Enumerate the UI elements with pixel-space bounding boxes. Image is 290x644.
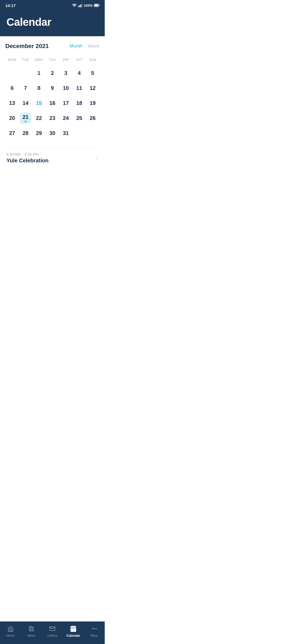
nav-label-news: News	[27, 634, 35, 638]
cal-cell-24[interactable]: 24	[59, 111, 73, 125]
cal-cell-9[interactable]: 9	[46, 81, 59, 95]
cal-day-28[interactable]: 28	[20, 127, 31, 139]
svg-rect-17	[73, 628, 74, 629]
cal-cell-31[interactable]: 31	[59, 126, 73, 140]
week-view-button[interactable]: Week	[88, 43, 99, 49]
cal-day-30[interactable]: 30	[47, 127, 58, 139]
day-header-sat: SAT	[73, 56, 86, 63]
svg-rect-19	[71, 630, 72, 631]
svg-point-0	[74, 6, 75, 7]
cal-cell-28[interactable]: 28	[19, 126, 32, 140]
cal-day-7[interactable]: 7	[20, 82, 31, 94]
news-icon	[28, 625, 35, 632]
event-dot-21	[25, 121, 26, 122]
cal-cell-30[interactable]: 30	[46, 126, 59, 140]
cal-cell-2[interactable]: 2	[46, 66, 59, 80]
page-title: Calendar	[6, 16, 98, 28]
cal-cell-8[interactable]: 8	[32, 81, 46, 95]
letters-icon	[49, 625, 56, 632]
cal-day-29[interactable]: 29	[33, 127, 45, 139]
nav-label-calendar: Calendar	[66, 634, 80, 638]
cal-day-10[interactable]: 10	[60, 82, 71, 94]
cal-cell-20[interactable]: 20	[5, 111, 19, 125]
cal-day-4[interactable]: 4	[74, 67, 85, 79]
cal-day-12[interactable]: 12	[87, 82, 98, 94]
cal-cell-18[interactable]: 18	[73, 96, 86, 110]
cal-day-22[interactable]: 22	[33, 112, 45, 124]
day-header-sun: SUN	[86, 56, 99, 63]
svg-rect-2	[79, 5, 80, 7]
nav-item-more[interactable]: More	[86, 625, 102, 638]
cal-cell-5[interactable]: 5	[86, 66, 99, 80]
cal-cell-11[interactable]: 11	[73, 81, 86, 95]
cal-cell-22[interactable]: 22	[32, 111, 46, 125]
event-item[interactable]: 9:30 AM – 4:30 PM Yule Celebration ›	[6, 148, 98, 168]
cal-cell-10[interactable]: 10	[59, 81, 73, 95]
cal-day-25[interactable]: 25	[74, 112, 85, 124]
cal-day-16[interactable]: 16	[47, 97, 58, 109]
cal-cell-1[interactable]: 1	[32, 66, 46, 80]
nav-item-calendar[interactable]: Calendar	[65, 625, 81, 638]
nav-label-letters: Letters	[48, 634, 57, 638]
svg-point-23	[96, 628, 97, 629]
svg-rect-16	[71, 628, 72, 629]
cal-cell-12[interactable]: 12	[86, 81, 99, 95]
cal-cell-29[interactable]: 29	[32, 126, 46, 140]
cal-cell-4[interactable]: 4	[73, 66, 86, 80]
nav-label-more: More	[90, 634, 98, 638]
month-title: December 2021	[5, 43, 49, 50]
svg-rect-7	[99, 5, 99, 6]
cal-day-23[interactable]: 23	[47, 112, 58, 124]
cal-day-31[interactable]: 31	[60, 127, 71, 139]
cal-cell-21[interactable]: 21	[19, 111, 32, 125]
cal-day-15[interactable]: 15	[33, 97, 45, 109]
day-header-wed: WED	[32, 56, 46, 63]
cal-day-13[interactable]: 13	[6, 97, 18, 109]
cal-cell-17[interactable]: 17	[59, 96, 73, 110]
cal-cell-6[interactable]: 6	[5, 81, 19, 95]
nav-item-home[interactable]: Home	[2, 625, 19, 638]
cal-cell-3[interactable]: 3	[59, 66, 73, 80]
svg-rect-18	[74, 628, 75, 629]
nav-item-letters[interactable]: Letters	[44, 625, 60, 638]
cal-day-6[interactable]: 6	[6, 82, 18, 94]
cal-day-17[interactable]: 17	[60, 97, 71, 109]
event-arrow-icon[interactable]: ›	[96, 155, 98, 162]
svg-rect-4	[82, 3, 82, 7]
cal-day-5[interactable]: 5	[87, 67, 98, 79]
nav-item-news[interactable]: News	[23, 625, 39, 638]
cal-day-3[interactable]: 3	[60, 67, 71, 79]
calendar-nav: December 2021 Month Week	[5, 43, 99, 50]
cal-cell-15[interactable]: 15	[32, 96, 46, 110]
cal-cell-26[interactable]: 26	[86, 111, 99, 125]
cal-day-26[interactable]: 26	[87, 112, 98, 124]
cal-day-2[interactable]: 2	[47, 67, 58, 79]
cal-cell-23[interactable]: 23	[46, 111, 59, 125]
cal-day-11[interactable]: 11	[74, 82, 85, 94]
cal-day-27[interactable]: 27	[6, 127, 18, 139]
cal-day-8[interactable]: 8	[33, 82, 45, 94]
cal-cell-27[interactable]: 27	[5, 126, 19, 140]
cal-day-21[interactable]: 21	[20, 112, 31, 124]
cal-day-19[interactable]: 19	[87, 97, 98, 109]
cal-day-9[interactable]: 9	[47, 82, 58, 94]
cal-cell-25[interactable]: 25	[73, 111, 86, 125]
cal-day-20[interactable]: 20	[6, 112, 18, 124]
month-view-button[interactable]: Month	[70, 43, 82, 49]
cal-cell-19[interactable]: 19	[86, 96, 99, 110]
cal-cell-7[interactable]: 7	[19, 81, 32, 95]
battery-icon	[94, 4, 99, 7]
day-header-mon: MON	[5, 56, 19, 63]
cal-cell-16[interactable]: 16	[46, 96, 59, 110]
svg-rect-1	[78, 6, 79, 7]
status-bar: 14:17 100%	[0, 0, 105, 11]
day-header-thu: THU	[46, 56, 59, 63]
cal-day-24[interactable]: 24	[60, 112, 71, 124]
cal-cell-13[interactable]: 13	[5, 96, 19, 110]
cal-cell-14[interactable]: 14	[19, 96, 32, 110]
cal-day-14[interactable]: 14	[20, 97, 31, 109]
cal-day-18[interactable]: 18	[74, 97, 85, 109]
svg-point-22	[94, 628, 95, 629]
view-toggle: Month Week	[70, 43, 99, 49]
cal-day-1[interactable]: 1	[33, 67, 45, 79]
